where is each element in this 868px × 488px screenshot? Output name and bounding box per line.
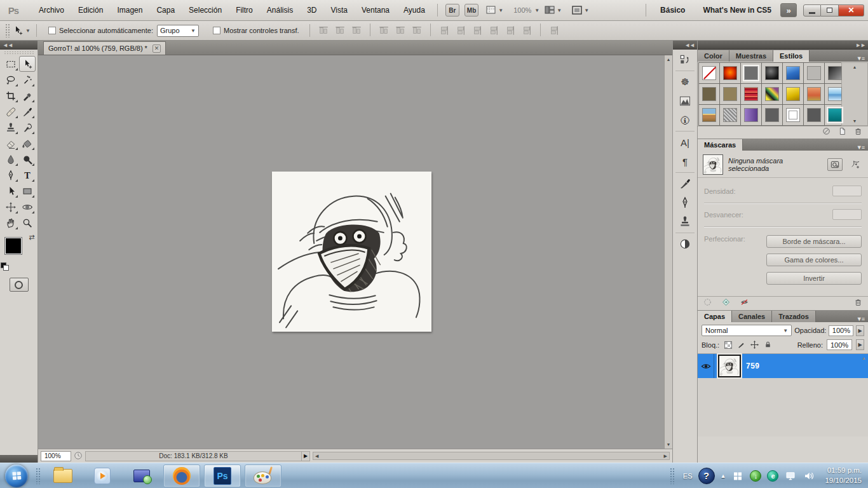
panel-menu-icon[interactable]: ▼≡: [853, 55, 868, 62]
style-gray-noise[interactable]: [723, 108, 737, 122]
clone-source-panel-icon[interactable]: [675, 213, 695, 231]
paint-bucket-tool[interactable]: [19, 135, 36, 151]
style-dark-gray[interactable]: [765, 108, 779, 122]
style-dark-gray-2[interactable]: [807, 108, 821, 122]
delete-mask-button[interactable]: [853, 297, 863, 308]
foreground-color-swatch[interactable]: [4, 237, 22, 255]
distribute-right-edges-button[interactable]: [519, 24, 534, 37]
menu-ayuda[interactable]: Ayuda: [397, 3, 432, 17]
scroll-up-icon[interactable]: ▲: [862, 356, 866, 360]
paint-taskbar-button[interactable]: [245, 464, 281, 487]
tab-capas[interactable]: Capas: [698, 311, 732, 322]
panel-column-header[interactable]: ►►: [698, 41, 868, 50]
menu-capa[interactable]: Capa: [149, 3, 182, 17]
lock-all-icon[interactable]: [763, 340, 773, 349]
scroll-right-icon[interactable]: ▶: [664, 452, 667, 461]
opacity-arrow[interactable]: ▶: [856, 325, 864, 336]
scroll-up-icon[interactable]: ▲: [667, 55, 671, 64]
move-tool[interactable]: [19, 56, 36, 72]
fill-arrow[interactable]: ▶: [856, 339, 864, 350]
tab-trazados[interactable]: Trazados: [772, 311, 816, 322]
lasso-tool[interactable]: [3, 72, 19, 88]
style-white-outline[interactable]: [786, 108, 800, 122]
auto-align-layers-button[interactable]: [546, 24, 562, 37]
align-right-edges-button[interactable]: [409, 24, 424, 37]
brush-presets-panel-icon[interactable]: [675, 194, 695, 212]
default-colors-icon[interactable]: [1, 262, 10, 271]
hand-tool[interactable]: [3, 215, 19, 231]
firefox-taskbar-button[interactable]: [163, 464, 200, 487]
align-vertical-centers-button[interactable]: [332, 24, 348, 37]
crop-tool[interactable]: [3, 88, 19, 104]
lock-image-icon[interactable]: [736, 340, 746, 349]
volume-tray-icon[interactable]: [803, 470, 815, 482]
launch-mini-bridge-button[interactable]: Mb: [465, 4, 478, 17]
menu-edicion[interactable]: Edición: [71, 3, 110, 17]
apply-mask-button[interactable]: [721, 297, 731, 308]
view-extras-button[interactable]: ▼: [484, 4, 506, 17]
histogram-panel-icon[interactable]: [675, 92, 695, 110]
magic-wand-tool[interactable]: [19, 72, 36, 88]
distribute-vertical-centers-button[interactable]: [453, 24, 468, 37]
style-blue-glossy[interactable]: [786, 66, 800, 80]
auto-select-dropdown[interactable]: Grupo ▼: [157, 25, 199, 37]
current-tool-move-icon[interactable]: ▼: [12, 24, 31, 37]
tab-canales[interactable]: Canales: [732, 311, 772, 322]
language-indicator[interactable]: ES: [683, 472, 693, 480]
horizontal-scrollbar[interactable]: ◀ ▶: [313, 452, 670, 460]
rectangular-marquee-tool[interactable]: [3, 56, 19, 72]
disable-mask-button[interactable]: [740, 297, 749, 308]
feather-slider[interactable]: [704, 226, 862, 227]
distribute-left-edges-button[interactable]: [486, 24, 501, 37]
antivirus-tray-icon[interactable]: e: [767, 470, 778, 482]
fill-value[interactable]: 100%: [827, 339, 852, 350]
document-tab[interactable]: GorroT! al 100% (759, RGB/8) * ✕: [43, 41, 166, 55]
close-document-icon[interactable]: ✕: [153, 44, 161, 53]
layer-thumbnail[interactable]: [718, 355, 741, 377]
options-bar-grip[interactable]: [5, 24, 10, 37]
rectangle-tool[interactable]: [19, 183, 36, 199]
clone-stamp-tool[interactable]: [3, 119, 19, 135]
delete-style-button[interactable]: [853, 126, 863, 137]
paragraph-panel-icon[interactable]: ¶: [675, 152, 695, 170]
blur-tool[interactable]: [3, 151, 19, 167]
pen-tool[interactable]: [3, 167, 19, 183]
style-teal[interactable]: [828, 108, 842, 122]
style-purple-gradient[interactable]: [744, 108, 758, 122]
document-size-readout[interactable]: Doc: 183.1 KB/312.8 KB: [85, 451, 301, 461]
align-left-edges-button[interactable]: [376, 24, 391, 37]
style-pale-blue-glossy[interactable]: [828, 87, 842, 101]
status-menu-arrow[interactable]: ▶: [301, 451, 310, 461]
show-hidden-icons-button[interactable]: ▲: [721, 473, 726, 479]
workspace-selector-whats-new[interactable]: What's New in CS5: [703, 6, 771, 15]
style-landscape[interactable]: [702, 108, 716, 122]
character-panel-icon[interactable]: A|: [675, 133, 695, 151]
color-range-button[interactable]: Gama de colores...: [766, 254, 862, 266]
menu-seleccion[interactable]: Selección: [182, 3, 229, 17]
3d-rotate-camera-tool[interactable]: [19, 199, 36, 215]
feather-input[interactable]: [832, 209, 862, 220]
tools-panel-grip[interactable]: [4, 51, 34, 55]
style-yellow-glossy[interactable]: [786, 87, 800, 101]
mask-edge-button[interactable]: Borde de máscara...: [766, 235, 862, 248]
remote-desktop-button[interactable]: [131, 465, 153, 487]
layer-thumbnail[interactable]: [703, 154, 723, 175]
network-tray-icon[interactable]: [784, 470, 797, 482]
3d-object-rotate-tool[interactable]: [3, 199, 19, 215]
lock-position-icon[interactable]: [750, 340, 759, 349]
distribute-bottom-edges-button[interactable]: [470, 24, 485, 37]
vertical-scrollbar[interactable]: ▲ ▼: [664, 55, 672, 449]
blend-mode-dropdown[interactable]: Normal ▼: [702, 325, 792, 336]
download-manager-tray-icon[interactable]: ↓: [750, 470, 761, 482]
scroll-left-icon[interactable]: ◀: [315, 452, 318, 461]
distribute-top-edges-button[interactable]: [437, 24, 452, 37]
brushes-panel-icon[interactable]: [675, 175, 695, 193]
status-zoom-input[interactable]: 100%: [41, 451, 71, 461]
swap-colors-icon[interactable]: ⇄: [29, 233, 34, 241]
canvas[interactable]: [38, 55, 664, 449]
tools-panel-header[interactable]: ◄◄: [0, 41, 37, 50]
scroll-down-icon[interactable]: ▼: [667, 440, 671, 449]
align-bottom-edges-button[interactable]: [349, 24, 364, 37]
tray-grip[interactable]: [670, 468, 675, 484]
panel-menu-icon[interactable]: ▼≡: [853, 144, 868, 151]
